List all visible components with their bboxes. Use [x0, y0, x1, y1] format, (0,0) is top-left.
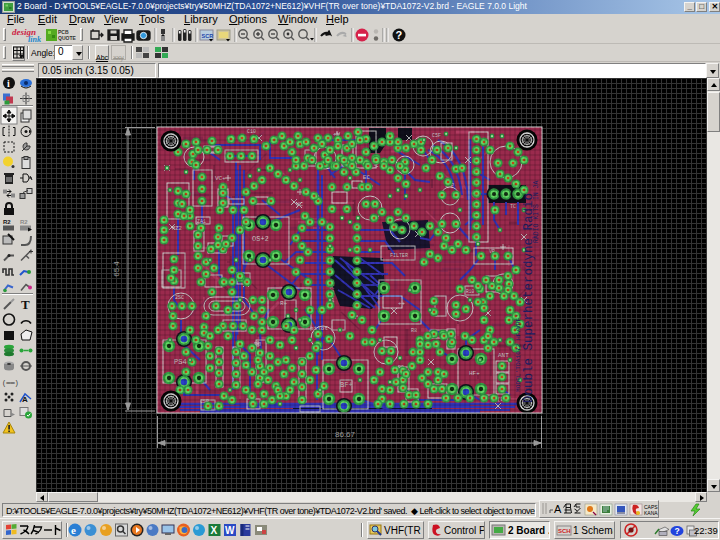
svg-text:e: e: [71, 524, 76, 536]
svg-text:W: W: [225, 525, 235, 536]
svg-text:1 Schemat...: 1 Schemat...: [573, 525, 613, 536]
svg-text:Control Pa...: Control Pa...: [444, 525, 485, 536]
svg-text:T: T: [21, 297, 30, 312]
svg-text:i: i: [7, 78, 10, 89]
svg-text:?: ?: [675, 526, 680, 536]
svg-text:QUOTE: QUOTE: [58, 35, 76, 41]
svg-text:SCR: SCR: [202, 33, 214, 39]
svg-text:VHF(TR o...: VHF(TR o...: [384, 525, 423, 536]
svg-text:X: X: [211, 525, 218, 536]
svg-text:2 Board ...: 2 Board ...: [508, 525, 550, 536]
svg-text:22:39: 22:39: [694, 525, 718, 536]
svg-text:A: A: [22, 395, 28, 404]
svg-text:(══): (══): [2, 379, 19, 387]
svg-text:R+: R+: [280, 300, 288, 307]
svg-text:R8: R8: [411, 328, 417, 334]
svg-text:R2: R2: [3, 219, 11, 225]
svg-text:R2: R2: [20, 219, 28, 225]
svg-text:KANA: KANA: [644, 510, 658, 516]
svg-text:65.4: 65.4: [112, 261, 121, 277]
svg-text:86.67: 86.67: [335, 430, 356, 439]
svg-text:++: ++: [398, 300, 406, 307]
svg-text:A: A: [554, 503, 562, 515]
svg-text:?: ?: [396, 29, 403, 41]
svg-text:SCH: SCH: [558, 528, 571, 534]
